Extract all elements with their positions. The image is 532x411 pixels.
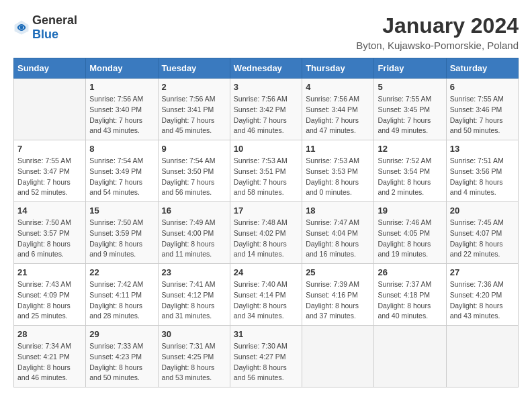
day-number: 8 [89,144,154,154]
day-number: 26 [378,267,442,277]
day-number: 17 [234,205,298,216]
title-block: January 2024 Byton, Kujawsko-Pomorskie, … [356,13,519,51]
header-friday: Friday [374,58,446,79]
calendar-cell: 27Sunrise: 7:36 AMSunset: 4:20 PMDayligh… [446,264,518,326]
calendar-cell: 31Sunrise: 7:30 AMSunset: 4:27 PMDayligh… [230,326,302,387]
calendar-cell: 19Sunrise: 7:46 AMSunset: 4:05 PMDayligh… [374,202,446,264]
day-info: Sunrise: 7:53 AMSunset: 3:51 PMDaylight:… [234,156,298,198]
calendar-header-row: SundayMondayTuesdayWednesdayThursdayFrid… [14,58,519,79]
header-tuesday: Tuesday [158,58,230,79]
calendar-cell [14,79,86,140]
header-saturday: Saturday [446,58,518,79]
logo: General Blue [13,13,77,42]
day-number: 20 [450,205,515,216]
logo-text: General Blue [32,13,77,42]
calendar-cell: 3Sunrise: 7:56 AMSunset: 3:42 PMDaylight… [230,79,302,140]
calendar-cell: 18Sunrise: 7:47 AMSunset: 4:04 PMDayligh… [302,202,374,264]
day-number: 27 [450,267,515,277]
calendar-cell: 29Sunrise: 7:33 AMSunset: 4:23 PMDayligh… [86,326,158,387]
calendar-cell: 7Sunrise: 7:55 AMSunset: 3:47 PMDaylight… [14,140,86,202]
day-info: Sunrise: 7:45 AMSunset: 4:07 PMDaylight:… [450,218,515,260]
header-monday: Monday [86,58,158,79]
day-info: Sunrise: 7:48 AMSunset: 4:02 PMDaylight:… [234,218,298,260]
day-number: 29 [89,329,154,339]
calendar-cell: 11Sunrise: 7:53 AMSunset: 3:53 PMDayligh… [302,140,374,202]
logo-general: General [32,13,77,27]
day-info: Sunrise: 7:53 AMSunset: 3:53 PMDaylight:… [306,156,370,198]
calendar-cell: 20Sunrise: 7:45 AMSunset: 4:07 PMDayligh… [446,202,518,264]
day-number: 13 [450,144,515,154]
calendar-cell: 16Sunrise: 7:49 AMSunset: 4:00 PMDayligh… [158,202,230,264]
header-sunday: Sunday [14,58,86,79]
calendar-cell: 17Sunrise: 7:48 AMSunset: 4:02 PMDayligh… [230,202,302,264]
day-number: 12 [378,144,442,154]
day-info: Sunrise: 7:30 AMSunset: 4:27 PMDaylight:… [234,341,298,383]
day-info: Sunrise: 7:54 AMSunset: 3:50 PMDaylight:… [162,156,226,198]
day-info: Sunrise: 7:46 AMSunset: 4:05 PMDaylight:… [378,218,442,260]
day-info: Sunrise: 7:36 AMSunset: 4:20 PMDaylight:… [450,279,515,322]
day-info: Sunrise: 7:34 AMSunset: 4:21 PMDaylight:… [17,341,82,383]
day-number: 2 [162,82,226,92]
calendar-week-2: 14Sunrise: 7:50 AMSunset: 3:57 PMDayligh… [14,202,519,264]
day-number: 23 [162,267,226,277]
header-thursday: Thursday [302,58,374,79]
day-info: Sunrise: 7:31 AMSunset: 4:25 PMDaylight:… [162,341,226,383]
day-info: Sunrise: 7:52 AMSunset: 3:54 PMDaylight:… [378,156,442,198]
calendar-cell: 2Sunrise: 7:56 AMSunset: 3:41 PMDaylight… [158,79,230,140]
calendar-week-0: 1Sunrise: 7:56 AMSunset: 3:40 PMDaylight… [14,79,519,140]
day-info: Sunrise: 7:55 AMSunset: 3:45 PMDaylight:… [378,94,442,136]
day-number: 30 [162,329,226,339]
day-info: Sunrise: 7:40 AMSunset: 4:14 PMDaylight:… [234,279,298,322]
calendar-cell: 13Sunrise: 7:51 AMSunset: 3:56 PMDayligh… [446,140,518,202]
day-info: Sunrise: 7:55 AMSunset: 3:46 PMDaylight:… [450,94,515,136]
day-number: 25 [306,267,370,277]
month-title: January 2024 [356,13,519,38]
day-info: Sunrise: 7:41 AMSunset: 4:12 PMDaylight:… [162,279,226,322]
day-info: Sunrise: 7:49 AMSunset: 4:00 PMDaylight:… [162,218,226,260]
calendar-cell: 21Sunrise: 7:43 AMSunset: 4:09 PMDayligh… [14,264,86,326]
day-info: Sunrise: 7:54 AMSunset: 3:49 PMDaylight:… [89,156,154,198]
day-number: 10 [234,144,298,154]
day-number: 19 [378,205,442,216]
logo-icon [13,19,30,36]
calendar-cell: 1Sunrise: 7:56 AMSunset: 3:40 PMDaylight… [86,79,158,140]
calendar-cell: 28Sunrise: 7:34 AMSunset: 4:21 PMDayligh… [14,326,86,387]
calendar-cell: 10Sunrise: 7:53 AMSunset: 3:51 PMDayligh… [230,140,302,202]
calendar-cell: 14Sunrise: 7:50 AMSunset: 3:57 PMDayligh… [14,202,86,264]
day-number: 4 [306,82,370,92]
day-number: 24 [234,267,298,277]
calendar-cell: 12Sunrise: 7:52 AMSunset: 3:54 PMDayligh… [374,140,446,202]
calendar-cell: 22Sunrise: 7:42 AMSunset: 4:11 PMDayligh… [86,264,158,326]
calendar-week-4: 28Sunrise: 7:34 AMSunset: 4:21 PMDayligh… [14,326,519,387]
day-number: 7 [17,144,82,154]
calendar-cell: 9Sunrise: 7:54 AMSunset: 3:50 PMDaylight… [158,140,230,202]
calendar-cell: 26Sunrise: 7:37 AMSunset: 4:18 PMDayligh… [374,264,446,326]
day-number: 22 [89,267,154,277]
day-number: 11 [306,144,370,154]
calendar-cell: 8Sunrise: 7:54 AMSunset: 3:49 PMDaylight… [86,140,158,202]
day-info: Sunrise: 7:33 AMSunset: 4:23 PMDaylight:… [89,341,154,383]
calendar-week-1: 7Sunrise: 7:55 AMSunset: 3:47 PMDaylight… [14,140,519,202]
calendar-cell [302,326,374,387]
header-wednesday: Wednesday [230,58,302,79]
day-number: 1 [89,82,154,92]
logo-blue: Blue [32,28,58,41]
calendar-cell: 25Sunrise: 7:39 AMSunset: 4:16 PMDayligh… [302,264,374,326]
calendar-cell: 24Sunrise: 7:40 AMSunset: 4:14 PMDayligh… [230,264,302,326]
calendar-cell: 5Sunrise: 7:55 AMSunset: 3:45 PMDaylight… [374,79,446,140]
day-info: Sunrise: 7:37 AMSunset: 4:18 PMDaylight:… [378,279,442,322]
calendar-cell [374,326,446,387]
day-info: Sunrise: 7:56 AMSunset: 3:41 PMDaylight:… [162,94,226,136]
day-info: Sunrise: 7:43 AMSunset: 4:09 PMDaylight:… [17,279,82,322]
day-number: 16 [162,205,226,216]
day-number: 14 [17,205,82,216]
day-info: Sunrise: 7:50 AMSunset: 3:59 PMDaylight:… [89,218,154,260]
day-info: Sunrise: 7:47 AMSunset: 4:04 PMDaylight:… [306,218,370,260]
location-title: Byton, Kujawsko-Pomorskie, Poland [356,40,519,51]
calendar-cell: 15Sunrise: 7:50 AMSunset: 3:59 PMDayligh… [86,202,158,264]
calendar-cell: 4Sunrise: 7:56 AMSunset: 3:44 PMDaylight… [302,79,374,140]
day-info: Sunrise: 7:56 AMSunset: 3:42 PMDaylight:… [234,94,298,136]
day-info: Sunrise: 7:51 AMSunset: 3:56 PMDaylight:… [450,156,515,198]
day-number: 3 [234,82,298,92]
day-number: 6 [450,82,515,92]
